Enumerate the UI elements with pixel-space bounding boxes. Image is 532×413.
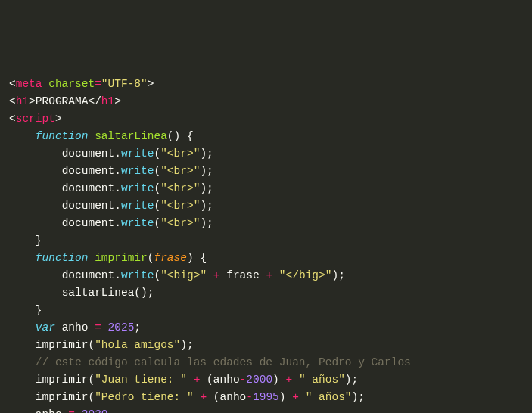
code-line: anho = 2030 [9,408,108,413]
code-line: function imprimir(frase) { [9,252,207,264]
code-line: document.write("<br>"); [9,165,213,177]
code-editor[interactable]: <meta charset="UTF-8"> <h1>PROGRAMA</h1>… [9,76,523,413]
code-line: } [9,234,42,247]
code-line: <h1>PROGRAMA</h1> [9,95,121,107]
code-line: // este código calcula las edades de Jua… [9,356,411,368]
code-line: var anho = 2025; [9,321,141,334]
code-line: document.write("<hr>"); [9,182,213,194]
code-line: document.write("<br>"); [9,148,213,160]
code-line: document.write("<br>"); [9,217,213,229]
code-line: saltarLinea(); [9,287,154,299]
code-line: imprimir("Juan tiene: " + (anho-2000) + … [9,374,358,386]
code-line: document.write("<big>" + frase + "</big>… [9,269,345,281]
code-line: imprimir("hola amigos"); [9,339,194,351]
code-line: <meta charset="UTF-8"> [9,78,154,90]
code-line: document.write("<br>"); [9,200,213,212]
code-line: } [9,304,42,316]
code-line: <script> [9,113,62,125]
code-line: function saltarLinea() { [9,130,194,142]
code-line: imprimir("Pedro tiene: " + (anho-1995) +… [9,391,365,403]
